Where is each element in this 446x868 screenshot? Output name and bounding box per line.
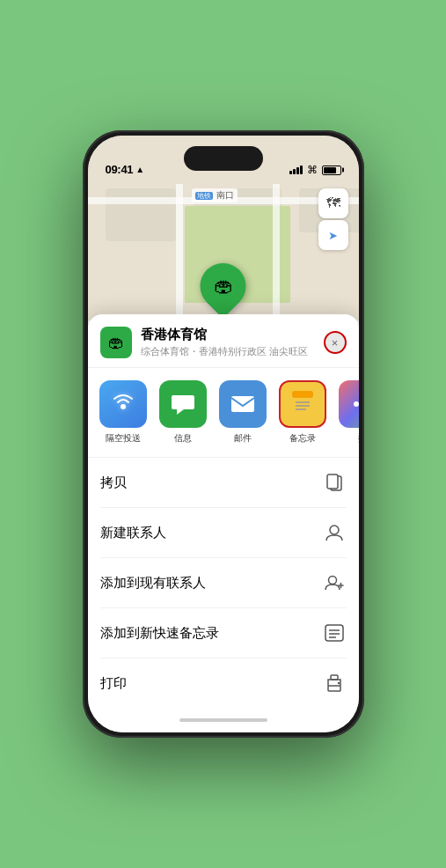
airdrop-label: 隔空投送 — [106, 432, 141, 445]
message-label: 信息 — [174, 432, 192, 445]
share-item-notes[interactable]: 备忘录 — [276, 380, 329, 445]
map-label-south: 地铁 南口 — [192, 188, 238, 202]
bottom-sheet: 🏟 香港体育馆 综合体育馆・香港特别行政区 油尖旺区 × — [88, 314, 359, 732]
notes-icon-wrap — [279, 380, 326, 428]
action-add-existing[interactable]: 添加到现有联系人 — [100, 558, 347, 608]
dynamic-island — [184, 146, 263, 171]
message-icon-wrap — [159, 380, 207, 428]
marker-pin: 🏟 — [191, 254, 256, 319]
share-item-message[interactable]: 信息 — [157, 380, 209, 445]
more-icon-wrap — [339, 380, 359, 428]
svg-point-12 — [330, 526, 339, 534]
location-header: 🏟 香港体育馆 综合体育馆・香港特别行政区 油尖旺区 × — [88, 314, 359, 368]
mail-icon-wrap — [219, 380, 267, 428]
signal-bar-3 — [296, 167, 299, 174]
home-indicator — [88, 708, 359, 732]
signal-bars — [289, 166, 303, 174]
svg-point-7 — [354, 401, 359, 407]
phone-frame: 09:41 ▲ ⌘ — [83, 130, 364, 738]
svg-rect-3 — [292, 391, 313, 398]
map-controls: 🗺 ➤ — [318, 188, 348, 250]
battery-fill — [324, 167, 336, 173]
location-button[interactable]: ➤ — [318, 220, 348, 250]
svg-rect-1 — [231, 396, 254, 412]
status-icons: ⌘ — [289, 164, 341, 176]
add-existing-icon — [322, 570, 347, 595]
action-copy[interactable]: 拷贝 — [100, 458, 347, 508]
svg-point-0 — [121, 404, 126, 409]
status-time: 09:41 — [106, 163, 134, 176]
phone-screen: 09:41 ▲ ⌘ — [88, 136, 359, 732]
location-arrow-icon: ▲ — [135, 165, 144, 174]
mail-label: 邮件 — [234, 432, 252, 445]
map-type-button[interactable]: 🗺 — [318, 188, 348, 218]
svg-rect-21 — [328, 686, 340, 691]
action-copy-label: 拷贝 — [100, 474, 127, 491]
new-contact-icon — [322, 520, 347, 545]
share-row: 隔空投送 信息 — [88, 368, 359, 458]
action-new-contact-label: 新建联系人 — [100, 525, 166, 541]
share-item-more[interactable]: 推 — [336, 380, 359, 445]
signal-bar-2 — [293, 169, 296, 174]
svg-point-13 — [328, 577, 336, 585]
map-type-icon: 🗺 — [326, 195, 340, 211]
notes-label: 备忘录 — [289, 432, 316, 445]
print-icon — [322, 671, 347, 695]
airdrop-icon — [111, 389, 135, 419]
svg-rect-17 — [325, 625, 343, 641]
map-label-text: 南口 — [216, 190, 234, 200]
share-item-mail[interactable]: 邮件 — [216, 380, 269, 445]
action-list: 拷贝 新建联系人 — [88, 458, 359, 708]
action-print[interactable]: 打印 — [100, 658, 347, 708]
wifi-icon: ⌘ — [307, 164, 318, 176]
close-button[interactable]: × — [324, 331, 347, 354]
location-card-icon: 🏟 — [100, 327, 132, 358]
home-bar — [179, 718, 267, 722]
map-block-1 — [106, 188, 176, 241]
location-arrow-btn-icon: ➤ — [328, 229, 338, 242]
action-new-contact[interactable]: 新建联系人 — [100, 508, 347, 558]
svg-rect-22 — [331, 675, 338, 680]
signal-bar-4 — [300, 166, 303, 174]
svg-rect-11 — [327, 474, 338, 489]
close-icon: × — [332, 336, 339, 349]
map-label-badge: 地铁 — [195, 192, 213, 200]
marker-emoji: 🏟 — [214, 275, 233, 298]
location-name: 香港体育馆 — [141, 327, 324, 343]
action-print-label: 打印 — [100, 675, 127, 692]
action-add-notes-label: 添加到新快速备忘录 — [100, 625, 219, 642]
location-description: 综合体育馆・香港特别行政区 油尖旺区 — [141, 345, 324, 358]
action-add-existing-label: 添加到现有联系人 — [100, 575, 206, 592]
share-item-airdrop[interactable]: 隔空投送 — [97, 380, 150, 445]
add-notes-icon — [322, 621, 347, 645]
copy-icon — [322, 470, 347, 495]
signal-bar-1 — [289, 171, 292, 174]
location-info: 香港体育馆 综合体育馆・香港特别行政区 油尖旺区 — [141, 327, 324, 358]
more-label: 推 — [358, 432, 359, 445]
location-icon-emoji: 🏟 — [108, 334, 124, 352]
airdrop-icon-wrap — [99, 380, 147, 428]
action-add-notes[interactable]: 添加到新快速备忘录 — [100, 608, 347, 658]
svg-point-23 — [337, 682, 339, 684]
battery-icon — [322, 166, 341, 175]
